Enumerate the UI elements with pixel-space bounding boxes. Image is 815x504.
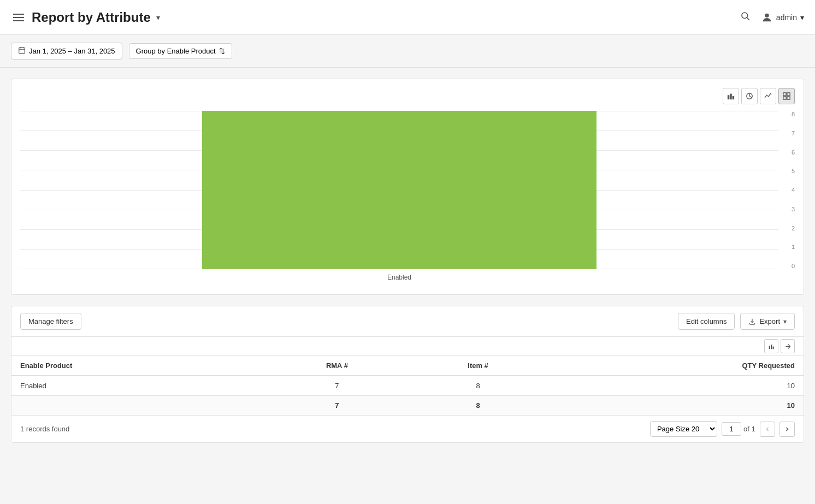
cell-total-qty: 10 xyxy=(547,396,804,416)
col-header-enable-product: Enable Product xyxy=(11,356,265,376)
group-by-dropdown-icon: ⇅ xyxy=(219,47,225,55)
chart-toolbar xyxy=(20,88,795,104)
table-section: Manage filters Edit columns Export ▾ xyxy=(11,306,804,443)
chart-type-line-button[interactable] xyxy=(760,88,776,104)
toolbar: Jan 1, 2025 – Jan 31, 2025 Group by Enab… xyxy=(0,35,815,68)
svg-rect-3 xyxy=(19,48,25,54)
of-label: of xyxy=(743,425,749,433)
page-number-input[interactable] xyxy=(722,422,741,436)
edit-columns-button[interactable]: Edit columns xyxy=(678,313,735,330)
col-header-rma: RMA # xyxy=(265,356,409,376)
pagination-bar: 1 records found Page Size 20 Page Size 5… xyxy=(11,415,804,442)
table-toolbar: Manage filters Edit columns Export ▾ xyxy=(11,306,804,337)
total-pages: 1 xyxy=(752,425,755,433)
cell-total-rma: 7 xyxy=(265,396,409,416)
data-table: Enable Product RMA # Item # QTY Requeste… xyxy=(11,356,804,415)
page-size-select[interactable]: Page Size 20 Page Size 50 Page Size 100 xyxy=(650,421,717,437)
svg-rect-13 xyxy=(783,93,786,96)
y-label-2: 2 xyxy=(781,225,795,232)
group-by-value: Enable Product xyxy=(167,47,216,55)
cell-total-enable-product xyxy=(11,396,265,416)
group-by-text-label: Group by Enable Product xyxy=(136,47,216,55)
table-actions: Edit columns Export ▾ xyxy=(678,313,795,330)
y-label-6: 6 xyxy=(781,149,795,156)
y-label-1: 1 xyxy=(781,244,795,250)
export-dropdown-icon: ▾ xyxy=(783,318,787,325)
chart-bar-wrapper-enabled xyxy=(137,111,663,269)
records-count: 1 records found xyxy=(20,425,69,433)
svg-line-1 xyxy=(747,17,749,20)
y-label-8: 8 xyxy=(781,111,795,117)
y-label-5: 5 xyxy=(781,168,795,174)
admin-menu-button[interactable]: admin ▾ xyxy=(761,11,804,23)
table-header-row: Enable Product RMA # Item # QTY Requeste… xyxy=(11,356,804,376)
cell-item: 8 xyxy=(409,376,547,396)
chart-bar-enabled xyxy=(202,111,597,269)
svg-rect-19 xyxy=(772,346,773,349)
calendar-icon xyxy=(18,46,26,56)
chart-bars xyxy=(20,111,778,269)
chart-section: 0 1 2 3 4 5 6 7 8 Enabled xyxy=(11,79,804,295)
svg-rect-17 xyxy=(769,346,770,349)
svg-rect-16 xyxy=(787,97,790,99)
table-row: Enabled 7 8 10 xyxy=(11,376,804,396)
header-right: admin ▾ xyxy=(738,9,804,26)
prev-page-button[interactable] xyxy=(760,422,775,437)
page-info: of 1 xyxy=(722,422,755,436)
chart-type-grid-button[interactable] xyxy=(778,88,795,104)
next-page-button[interactable] xyxy=(779,422,795,437)
date-range-filter[interactable]: Jan 1, 2025 – Jan 31, 2025 xyxy=(11,43,122,60)
chart-area: 0 1 2 3 4 5 6 7 8 Enabled xyxy=(20,111,795,286)
svg-rect-7 xyxy=(728,95,730,99)
column-actions-row xyxy=(11,337,804,356)
page-title: Report by Attribute xyxy=(32,10,151,25)
title-dropdown-icon[interactable]: ▾ xyxy=(156,13,160,22)
svg-line-12 xyxy=(749,96,752,98)
export-label: Export xyxy=(759,317,780,325)
chart-x-labels: Enabled xyxy=(20,269,778,286)
y-label-4: 4 xyxy=(781,187,795,193)
svg-point-2 xyxy=(765,13,769,17)
search-button[interactable] xyxy=(738,9,752,26)
cell-qty: 10 xyxy=(547,376,804,396)
svg-rect-14 xyxy=(787,93,790,96)
pagination-controls: Page Size 20 Page Size 50 Page Size 100 … xyxy=(650,421,795,437)
export-button[interactable]: Export ▾ xyxy=(740,313,795,330)
y-label-0: 0 xyxy=(781,263,795,269)
cell-total-item: 8 xyxy=(409,396,547,416)
admin-dropdown-icon: ▾ xyxy=(800,13,804,22)
main-content: 0 1 2 3 4 5 6 7 8 Enabled xyxy=(0,68,815,454)
svg-rect-18 xyxy=(771,345,772,349)
col-expand-button[interactable] xyxy=(781,339,795,353)
col-header-qty: QTY Requested xyxy=(547,356,804,376)
chart-type-bar-button[interactable] xyxy=(723,88,739,104)
header-left: Report by Attribute ▾ xyxy=(11,10,160,25)
cell-rma: 7 xyxy=(265,376,409,396)
y-label-7: 7 xyxy=(781,130,795,137)
svg-rect-8 xyxy=(730,94,732,100)
svg-rect-15 xyxy=(783,97,786,99)
app-header: Report by Attribute ▾ admin ▾ xyxy=(0,0,815,35)
date-range-label: Jan 1, 2025 – Jan 31, 2025 xyxy=(29,47,115,55)
chart-y-axis: 0 1 2 3 4 5 6 7 8 xyxy=(781,111,795,269)
y-label-3: 3 xyxy=(781,206,795,212)
chart-type-pie-button[interactable] xyxy=(741,88,758,104)
group-by-prefix: Group by xyxy=(136,47,167,55)
group-by-filter[interactable]: Group by Enable Product ⇅ xyxy=(129,43,232,59)
admin-label: admin xyxy=(776,13,797,22)
col-chart-button[interactable] xyxy=(764,339,778,353)
hamburger-menu-icon[interactable] xyxy=(11,11,26,23)
svg-rect-9 xyxy=(733,96,735,99)
table-totals-row: 7 8 10 xyxy=(11,396,804,416)
col-header-item: Item # xyxy=(409,356,547,376)
manage-filters-button[interactable]: Manage filters xyxy=(20,313,81,330)
cell-enable-product: Enabled xyxy=(11,376,265,396)
x-label-enabled: Enabled xyxy=(137,274,663,281)
